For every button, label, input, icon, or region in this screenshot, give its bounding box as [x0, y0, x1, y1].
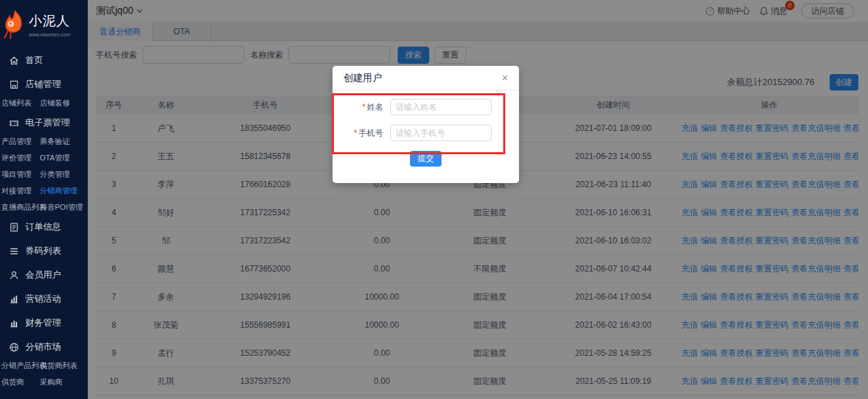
- logo-title: 小泥人: [29, 12, 70, 30]
- chart-icon: [9, 294, 19, 304]
- sidebar-item-label: 营销活动: [25, 293, 61, 305]
- modal-body: *姓名 *手机号 提交: [333, 90, 519, 167]
- sidebar: 小泥人 www.xiaoniren.com 首页店铺管理店铺列表店铺装修电子票管…: [0, 0, 88, 399]
- sidebar-subitem[interactable]: 对接管理: [1, 186, 40, 196]
- modal-mask: [88, 0, 868, 399]
- sidebar-subitem[interactable]: 供货商: [1, 377, 40, 387]
- sidebar-subitem[interactable]: OTA管理: [40, 153, 88, 163]
- home-icon: [9, 56, 19, 66]
- name-field-row: *姓名: [343, 99, 508, 115]
- logo-subtitle: www.xiaoniren.com: [29, 32, 70, 37]
- sidebar-item-label: 会员用户: [25, 269, 61, 281]
- sidebar-subitem[interactable]: 分销商管理: [40, 186, 88, 196]
- phone-field-row: *手机号: [343, 125, 508, 141]
- finance-icon: [9, 318, 19, 328]
- close-icon[interactable]: ×: [502, 73, 508, 84]
- sidebar-subitem[interactable]: 分类管理: [40, 169, 88, 180]
- sidebar-subitem[interactable]: 采购商: [40, 377, 88, 387]
- sidebar-item-label: 分销市场: [25, 341, 61, 353]
- sidebar-item-finance[interactable]: 财务管理: [0, 313, 88, 333]
- sidebar-subitem[interactable]: 店铺列表: [1, 98, 40, 108]
- phone-field-label: *手机号: [343, 128, 383, 139]
- sidebar-item-coupon-list[interactable]: 券码列表: [0, 241, 88, 261]
- phone-field[interactable]: [390, 125, 492, 141]
- sidebar-item-label: 财务管理: [25, 317, 61, 329]
- sidebar-item-distribution-market[interactable]: 分销市场: [0, 337, 88, 357]
- sidebar-subitem[interactable]: 供货商列表: [40, 361, 88, 371]
- sidebar-item-label: 券码列表: [25, 245, 61, 257]
- sidebar-nav: 首页店铺管理店铺列表店铺装修电子票管理产品管理票务验证评价管理OTA管理项目管理…: [0, 50, 88, 387]
- sidebar-subgroup-eticket-management: 产品管理票务验证评价管理OTA管理项目管理分类管理对接管理分销商管理直播商品列表…: [0, 136, 88, 213]
- sidebar-item-label: 电子票管理: [25, 117, 70, 129]
- sidebar-subitem[interactable]: 产品管理: [1, 136, 40, 147]
- market-icon: [9, 342, 19, 352]
- name-field[interactable]: [390, 99, 492, 115]
- sidebar-subitem[interactable]: 票务验证: [40, 136, 88, 147]
- sidebar-item-eticket-management[interactable]: 电子票管理: [0, 112, 88, 133]
- modal-header: 创建用户 ×: [333, 66, 519, 90]
- logo: 小泥人 www.xiaoniren.com: [0, 0, 88, 47]
- sidebar-subitem[interactable]: 直播商品列表: [1, 202, 40, 213]
- sidebar-subitem[interactable]: 分销产品列表: [1, 361, 40, 371]
- list-icon: [9, 246, 19, 256]
- order-icon: [9, 222, 19, 232]
- sidebar-item-order-info[interactable]: 订单信息: [0, 217, 88, 237]
- sidebar-item-marketing[interactable]: 营销活动: [0, 289, 88, 309]
- sidebar-item-label: 店铺管理: [25, 78, 61, 90]
- sidebar-subitem[interactable]: 抖音POI管理: [40, 202, 88, 213]
- sidebar-item-shop-management[interactable]: 店铺管理: [0, 74, 88, 95]
- required-asterisk: *: [354, 128, 357, 138]
- user-icon: [9, 270, 19, 280]
- sidebar-subitem[interactable]: 评价管理: [1, 153, 40, 163]
- required-asterisk: *: [362, 102, 365, 112]
- shop-icon: [9, 80, 19, 90]
- sidebar-subitem[interactable]: 店铺装修: [40, 98, 88, 108]
- sidebar-subitem[interactable]: 项目管理: [1, 169, 40, 180]
- create-user-modal: 创建用户 × *姓名 *手机号 提交: [333, 66, 519, 183]
- sidebar-item-label: 订单信息: [25, 221, 61, 233]
- modal-footer: 提交: [343, 151, 508, 167]
- sidebar-item-member-users[interactable]: 会员用户: [0, 265, 88, 285]
- sidebar-item-home[interactable]: 首页: [0, 50, 88, 71]
- sidebar-item-label: 首页: [25, 54, 43, 66]
- name-field-label: *姓名: [343, 101, 383, 113]
- sidebar-subgroup-shop-management: 店铺列表店铺装修: [0, 98, 88, 108]
- submit-button[interactable]: 提交: [410, 151, 442, 167]
- modal-title: 创建用户: [343, 72, 382, 84]
- sidebar-subgroup-distribution-market: 分销产品列表供货商列表供货商采购商: [0, 361, 88, 387]
- mascot-flame-icon: [1, 10, 27, 40]
- ticket-icon: [9, 118, 19, 128]
